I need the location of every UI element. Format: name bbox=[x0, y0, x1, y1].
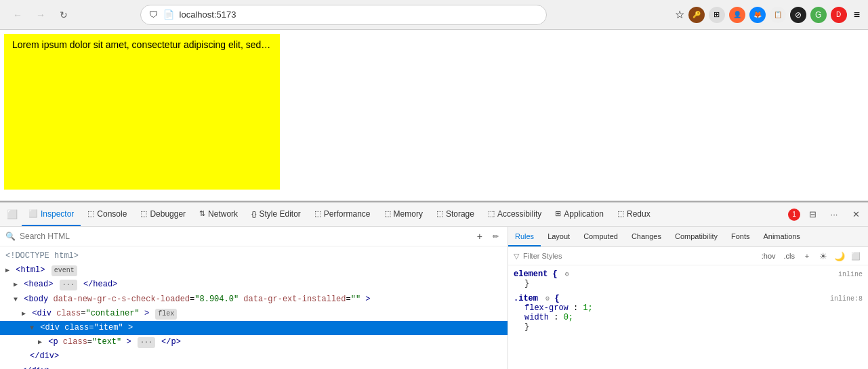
tab-application[interactable]: ⊞ Application bbox=[548, 202, 611, 226]
network-icon: ⇅ bbox=[199, 209, 205, 218]
html-panel: 🔍 + ✏ <!DOCTYPE html> ▶ <html> event ▶ bbox=[0, 227, 508, 369]
pick-node-button[interactable]: ✏ bbox=[490, 230, 502, 243]
gear-icon[interactable]: ⚙ bbox=[545, 295, 550, 303]
css-rule-item: .item ⚙ { inline:8 flex-grow : 1; width … bbox=[514, 294, 863, 332]
menu-icon[interactable]: ≡ bbox=[854, 9, 860, 21]
ext-icon-1[interactable]: 🔑 bbox=[688, 7, 705, 23]
css-tab-layout-label: Layout bbox=[547, 232, 570, 240]
tab-redux[interactable]: ⬚ Redux bbox=[611, 202, 657, 226]
tab-performance[interactable]: ⬚ Performance bbox=[308, 202, 377, 226]
add-node-button[interactable]: + bbox=[474, 230, 486, 243]
css-tab-computed-label: Computed bbox=[583, 232, 618, 240]
tab-memory[interactable]: ⬚ Memory bbox=[377, 202, 430, 226]
doctype-text: <!DOCTYPE html> bbox=[5, 251, 79, 261]
css-tab-compatibility[interactable]: Compatibility bbox=[668, 227, 724, 246]
collapse-arrow: ▶ bbox=[14, 281, 18, 288]
tree-p[interactable]: ▶ <p class="text" > ··· </p> bbox=[0, 335, 508, 349]
css-tab-changes[interactable]: Changes bbox=[625, 227, 668, 246]
ext-icon-5[interactable]: 📋 bbox=[770, 7, 786, 23]
more-button[interactable]: ··· bbox=[825, 205, 844, 224]
css-tab-compatibility-label: Compatibility bbox=[675, 232, 718, 240]
search-input[interactable] bbox=[20, 232, 470, 241]
light-mode-button[interactable]: ☀ bbox=[817, 249, 830, 263]
collapse-arrow: ▼ bbox=[30, 324, 34, 332]
filter-bar: ▽ :hov .cls + ☀ 🌙 ⬜ bbox=[508, 247, 868, 265]
tab-accessibility-label: Accessibility bbox=[497, 209, 541, 219]
css-tabs: Rules Layout Computed Changes Compatibil… bbox=[508, 227, 868, 247]
collapse-arrow: ▶ bbox=[5, 267, 9, 274]
tab-console[interactable]: ⬚ Console bbox=[81, 202, 133, 226]
back-button[interactable]: ← bbox=[8, 5, 27, 24]
tab-style-editor[interactable]: {} Style Editor bbox=[245, 202, 308, 226]
storage-icon: ⬚ bbox=[436, 209, 443, 218]
search-icon: 🔍 bbox=[5, 232, 16, 241]
tree-html[interactable]: ▶ <html> event bbox=[0, 263, 508, 278]
css-rule-header-element: element { ⚙ inline bbox=[514, 269, 863, 279]
forward-button[interactable]: → bbox=[31, 5, 50, 24]
page-content: Lorem ipsum dolor sit amet, consectetur … bbox=[0, 30, 868, 201]
css-origin-item: inline:8 bbox=[830, 295, 863, 303]
tree-close-div2[interactable]: </div> bbox=[0, 364, 508, 370]
tree-close-div1[interactable]: </div> bbox=[0, 349, 508, 364]
css-tab-animations[interactable]: Animations bbox=[756, 227, 806, 246]
tab-inspector[interactable]: ⬜ Inspector bbox=[22, 202, 81, 226]
tab-memory-label: Memory bbox=[394, 209, 423, 219]
address-bar[interactable]: 🛡 📄 localhost:5173 bbox=[140, 5, 547, 25]
tab-redux-label: Redux bbox=[627, 209, 650, 219]
bookmark-icon[interactable]: ☆ bbox=[675, 8, 684, 21]
console-icon: ⬚ bbox=[87, 209, 94, 218]
tab-debugger[interactable]: ⬚ Debugger bbox=[133, 202, 192, 226]
tree-doctype[interactable]: <!DOCTYPE html> bbox=[0, 249, 508, 263]
css-tab-rules-label: Rules bbox=[515, 232, 534, 240]
tab-storage-label: Storage bbox=[446, 209, 474, 219]
ext-icon-8[interactable]: D bbox=[831, 7, 847, 23]
ext-icon-4[interactable]: 🦊 bbox=[749, 7, 766, 23]
error-count: 1 bbox=[792, 211, 796, 218]
tree-div-container[interactable]: ▶ <div class="container" > flex bbox=[0, 307, 508, 321]
gear-icon[interactable]: ⚙ bbox=[565, 271, 569, 278]
tree-head[interactable]: ▶ <head> ··· </head> bbox=[0, 278, 508, 292]
devtools-tabs: ⬜ Inspector ⬚ Console ⬚ Debugger ⇅ Netwo… bbox=[22, 202, 657, 226]
css-close-element: } bbox=[514, 279, 863, 288]
add-rule-button[interactable]: + bbox=[800, 249, 814, 263]
dock-button[interactable]: ⊟ bbox=[803, 205, 822, 224]
ext-icon-3[interactable]: 👤 bbox=[729, 7, 745, 23]
event-badge: event bbox=[51, 265, 77, 276]
collapse-arrow: ▶ bbox=[22, 310, 26, 318]
browser-toolbar: ← → ↻ 🛡 📄 localhost:5173 ☆ 🔑 ⊞ 👤 🦊 📋 ⊘ G… bbox=[0, 0, 868, 30]
tree-div-item[interactable]: ▼ <div class="item" > bbox=[0, 321, 508, 335]
performance-icon: ⬚ bbox=[314, 209, 321, 218]
filter-input[interactable] bbox=[523, 252, 755, 260]
close-button[interactable]: ✕ bbox=[846, 205, 865, 224]
tab-accessibility[interactable]: ⬚ Accessibility bbox=[481, 202, 548, 226]
css-tab-rules[interactable]: Rules bbox=[508, 227, 541, 246]
application-icon: ⊞ bbox=[555, 209, 561, 218]
style-editor-icon: {} bbox=[251, 210, 256, 218]
cls-button[interactable]: .cls bbox=[781, 251, 798, 261]
refresh-button[interactable]: ↻ bbox=[54, 5, 73, 24]
tab-network[interactable]: ⇅ Network bbox=[192, 202, 245, 226]
css-tab-fonts[interactable]: Fonts bbox=[724, 227, 757, 246]
css-tab-computed[interactable]: Computed bbox=[577, 227, 625, 246]
tree-body[interactable]: ▼ <body data-new-gr-c-s-check-loaded="8.… bbox=[0, 292, 508, 307]
tab-performance-label: Performance bbox=[324, 209, 371, 219]
yellow-box: Lorem ipsum dolor sit amet, consectetur … bbox=[4, 34, 280, 190]
dark-mode-button[interactable]: 🌙 bbox=[833, 249, 846, 263]
ext-icon-7[interactable]: G bbox=[810, 7, 827, 23]
css-rule-header-item: .item ⚙ { inline:8 bbox=[514, 294, 863, 303]
tab-network-label: Network bbox=[208, 209, 238, 219]
hov-button[interactable]: :hov bbox=[759, 251, 779, 261]
screenshot-button[interactable]: ⬜ bbox=[849, 249, 863, 263]
devtools-toolbar: ⬜ ⬜ Inspector ⬚ Console ⬚ Debugger ⇅ Net… bbox=[0, 202, 868, 227]
filter-icon: ▽ bbox=[514, 252, 519, 261]
css-selector-element: element { ⚙ bbox=[514, 269, 569, 279]
element-picker-button[interactable]: ⬜ bbox=[3, 205, 22, 224]
css-close-item: } bbox=[514, 322, 863, 332]
css-tab-fonts-label: Fonts bbox=[731, 232, 750, 240]
ext-icon-2[interactable]: ⊞ bbox=[709, 7, 725, 23]
css-property-width: width : 0; bbox=[514, 313, 863, 322]
tab-console-label: Console bbox=[97, 209, 127, 219]
css-tab-layout[interactable]: Layout bbox=[541, 227, 577, 246]
ext-icon-6[interactable]: ⊘ bbox=[790, 7, 806, 23]
tab-storage[interactable]: ⬚ Storage bbox=[430, 202, 481, 226]
